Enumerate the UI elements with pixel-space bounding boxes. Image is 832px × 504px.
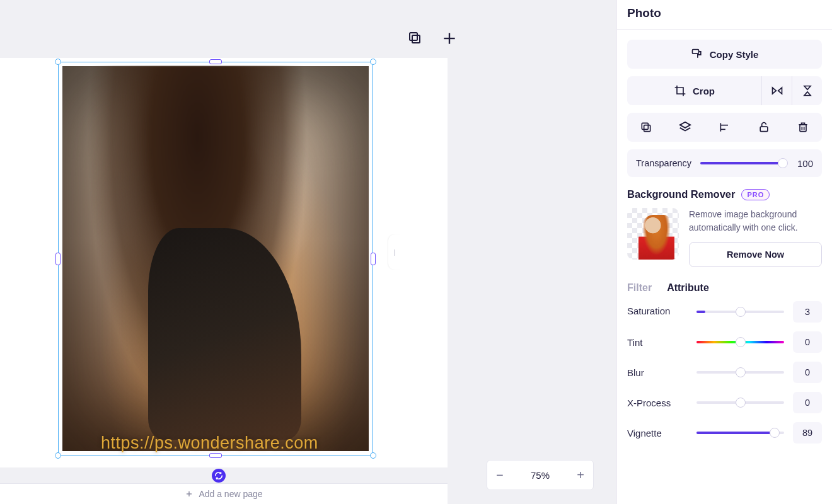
resize-handle-bottom[interactable] xyxy=(209,453,222,458)
svg-rect-11 xyxy=(644,125,650,132)
resize-handle-tl[interactable] xyxy=(55,59,61,65)
align-left-icon xyxy=(719,121,731,134)
vignette-slider[interactable] xyxy=(696,432,784,434)
blur-value[interactable]: 0 xyxy=(793,362,822,383)
blur-thumb[interactable] xyxy=(736,367,746,377)
crop-row: Crop xyxy=(627,76,822,105)
selection-frame[interactable] xyxy=(58,62,373,455)
blur-slider[interactable] xyxy=(696,371,784,374)
trash-icon xyxy=(797,121,809,134)
unlock-icon xyxy=(758,121,770,134)
layers-button[interactable] xyxy=(673,117,698,137)
tab-filter[interactable]: Filter xyxy=(627,282,652,297)
resize-handle-tr[interactable] xyxy=(370,59,376,65)
svg-rect-0 xyxy=(412,35,420,43)
flip-horizontal-icon xyxy=(771,84,783,97)
panel-title: Photo xyxy=(627,0,822,29)
transparency-slider[interactable] xyxy=(700,162,783,164)
xprocess-slider[interactable] xyxy=(696,401,784,404)
saturation-value[interactable]: 3 xyxy=(793,301,822,323)
copy-button[interactable] xyxy=(633,117,659,137)
sync-badge-icon[interactable] xyxy=(212,469,226,483)
copy-style-button[interactable]: Copy Style xyxy=(627,40,822,69)
pro-badge: PRO xyxy=(741,189,770,200)
transparency-row: Transparency 100 xyxy=(627,149,822,177)
align-button[interactable] xyxy=(712,117,737,137)
resize-handle-left[interactable] xyxy=(55,253,61,265)
svg-rect-18 xyxy=(800,125,806,132)
flip-vertical-icon xyxy=(801,84,814,97)
zoom-out-button[interactable]: − xyxy=(496,469,504,481)
bg-remover-thumbnail xyxy=(627,208,679,260)
bg-remover-text: Remove image background automatically wi… xyxy=(689,208,822,267)
resize-handle-right[interactable] xyxy=(371,253,376,265)
attr-vignette: Vignette 89 xyxy=(627,422,822,444)
copy-style-label: Copy Style xyxy=(710,49,759,60)
lock-button[interactable] xyxy=(751,117,777,137)
add-page-label: Add a new page xyxy=(199,489,262,499)
selected-photo[interactable] xyxy=(62,66,369,451)
svg-marker-13 xyxy=(680,122,691,128)
canvas-area: https://ps.wondershare.com Add a new pag… xyxy=(0,0,616,504)
filter-attribute-tabs: Filter Attribute xyxy=(627,282,822,297)
zoom-value: 75% xyxy=(531,470,550,481)
vignette-label: Vignette xyxy=(627,428,688,438)
bg-remover-section: Remove image background automatically wi… xyxy=(627,208,822,267)
add-icon[interactable] xyxy=(441,30,458,47)
transparency-value: 100 xyxy=(792,158,813,169)
bg-remover-title-row: Background Remover PRO xyxy=(627,188,822,200)
tint-label: Tint xyxy=(627,337,688,348)
crop-button[interactable]: Crop xyxy=(627,84,761,97)
zoom-control: − 75% + xyxy=(487,460,594,490)
crop-icon xyxy=(674,84,686,97)
attribute-list: Saturation 3 Tint 0 Blur 0 X-Process xyxy=(627,301,822,444)
tab-attribute[interactable]: Attribute xyxy=(667,282,709,297)
svg-marker-10 xyxy=(804,92,811,96)
copy-style-icon xyxy=(691,48,703,60)
saturation-slider[interactable] xyxy=(696,311,784,313)
svg-rect-6 xyxy=(692,50,698,54)
attr-xprocess: X-Process 0 xyxy=(627,392,822,413)
watermark-text: https://ps.wondershare.com xyxy=(101,433,318,453)
flip-horizontal-button[interactable] xyxy=(761,76,792,105)
divider xyxy=(617,29,832,30)
resize-handle-top[interactable] xyxy=(209,59,222,64)
resize-handle-bl[interactable] xyxy=(55,452,61,459)
svg-rect-1 xyxy=(410,33,417,40)
zoom-in-button[interactable]: + xyxy=(577,469,584,481)
svg-marker-9 xyxy=(804,86,811,90)
copy-icon xyxy=(640,121,652,134)
canvas-top-actions xyxy=(407,30,458,47)
xprocess-label: X-Process xyxy=(627,398,688,408)
xprocess-thumb[interactable] xyxy=(736,398,746,408)
tool-row xyxy=(627,113,822,142)
tint-value[interactable]: 0 xyxy=(793,331,822,353)
panel-collapse-handle[interactable]: | xyxy=(388,234,401,270)
delete-button[interactable] xyxy=(790,117,816,137)
attr-blur: Blur 0 xyxy=(627,362,822,383)
svg-marker-7 xyxy=(772,88,776,94)
svg-marker-8 xyxy=(778,88,782,94)
resize-handle-br[interactable] xyxy=(370,452,376,459)
bg-remover-title: Background Remover xyxy=(627,188,735,200)
flip-vertical-button[interactable] xyxy=(792,76,822,105)
vignette-thumb[interactable] xyxy=(770,428,780,438)
transparency-label: Transparency xyxy=(636,158,691,168)
svg-rect-12 xyxy=(642,123,648,129)
add-new-page-button[interactable]: Add a new page xyxy=(0,483,448,504)
xprocess-value[interactable]: 0 xyxy=(793,392,822,413)
blur-label: Blur xyxy=(627,367,688,378)
layers-icon xyxy=(678,120,692,134)
attr-tint: Tint 0 xyxy=(627,331,822,353)
tint-thumb[interactable] xyxy=(736,337,746,347)
transparency-thumb[interactable] xyxy=(778,158,788,168)
saturation-label: Saturation xyxy=(627,306,688,316)
plus-icon xyxy=(185,490,194,498)
vignette-value[interactable]: 89 xyxy=(793,422,822,444)
saturation-thumb[interactable] xyxy=(736,307,746,317)
attr-saturation: Saturation 3 xyxy=(627,301,822,323)
remove-now-button[interactable]: Remove Now xyxy=(689,242,822,267)
duplicate-icon[interactable] xyxy=(407,30,422,47)
properties-panel: Photo Copy Style Crop xyxy=(616,0,832,504)
tint-slider[interactable] xyxy=(696,341,784,343)
